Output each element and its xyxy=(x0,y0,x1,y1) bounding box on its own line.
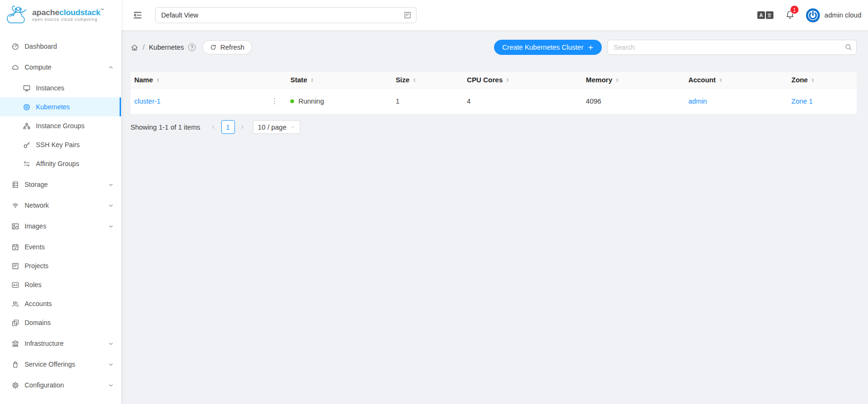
sidebar-item-network[interactable]: Network xyxy=(0,196,121,215)
refresh-button[interactable]: Refresh xyxy=(202,40,252,54)
column-label: Name xyxy=(134,76,153,84)
database-icon xyxy=(11,181,19,189)
sidebar-item-events[interactable]: Events xyxy=(0,237,121,256)
sidebar-item-infrastructure[interactable]: Infrastructure xyxy=(0,334,121,353)
sort-carets-icon: ▲▼ xyxy=(413,78,416,83)
chevron-down-icon xyxy=(108,203,113,208)
sidebar-item-compute[interactable]: Compute xyxy=(0,58,121,77)
cloud-icon xyxy=(11,63,19,71)
brand-word-apache: apache xyxy=(32,8,59,17)
sidebar-item-storage[interactable]: Storage xyxy=(0,175,121,194)
column-header-memory[interactable]: Memory▲▼ xyxy=(582,72,685,88)
pagination-bar: Showing 1-1 of 1 items 1 10 / page xyxy=(130,120,857,134)
dashboard-icon xyxy=(11,43,19,51)
row-actions-ellipsis-icon[interactable]: ⋮ xyxy=(266,97,283,105)
user-avatar[interactable] xyxy=(806,8,820,23)
sidebar-item-ssh-key-pairs[interactable]: SSH Key Pairs xyxy=(0,135,121,154)
sidebar-item-images[interactable]: Images xyxy=(0,217,121,236)
sidebar-item-label: Storage xyxy=(25,181,48,188)
search-box xyxy=(608,40,857,55)
column-header-state[interactable]: State▲▼ xyxy=(286,72,392,88)
chevron-up-icon xyxy=(108,65,113,70)
brand-tagline: open source cloud computing xyxy=(32,18,104,22)
sidebar-item-label: SSH Key Pairs xyxy=(36,141,80,149)
page-size-value: 10 / page xyxy=(258,123,286,131)
sidebar-item-accounts[interactable]: Accounts xyxy=(0,294,121,313)
search-icon[interactable] xyxy=(844,43,852,51)
chevron-down-icon xyxy=(108,341,113,346)
previous-page-icon[interactable] xyxy=(208,121,219,134)
cpu-cores-value: 4 xyxy=(463,88,582,114)
page-size-select[interactable]: 10 / page xyxy=(253,120,300,134)
sidebar-item-label: Compute xyxy=(25,63,52,71)
column-header-size[interactable]: Size▲▼ xyxy=(392,72,463,88)
cloudstack-logo[interactable]: apachecloudstack™ open source cloud comp… xyxy=(0,0,121,30)
sidebar-item-domains[interactable]: Domains xyxy=(0,313,121,332)
top-header-bar: A 1 admin cloud xyxy=(121,0,868,30)
running-status-dot xyxy=(290,99,294,103)
sidebar-item-label: Roles xyxy=(25,281,42,289)
pagination-summary: Showing 1-1 of 1 items xyxy=(130,123,200,131)
notification-badge: 1 xyxy=(790,6,799,14)
brand-word-cloudstack: cloudstack xyxy=(59,8,100,17)
block-icon xyxy=(11,319,19,327)
sidebar-item-instances[interactable]: Instances xyxy=(0,79,121,97)
translate-cjk-square xyxy=(766,11,773,19)
picture-icon xyxy=(11,222,19,230)
zone-link[interactable]: Zone 1 xyxy=(791,97,813,105)
size-value: 1 xyxy=(392,88,463,114)
sidebar-item-roles[interactable]: Roles xyxy=(0,275,121,294)
sidebar-item-instance-groups[interactable]: Instance Groups xyxy=(0,116,121,135)
swap-icon xyxy=(23,160,31,168)
chevron-down-icon xyxy=(108,224,113,229)
table-row: cluster-1⋮ Running 1 4 4096 admin Zone 1 xyxy=(130,88,857,114)
memory-value: 4096 xyxy=(582,88,685,114)
current-page-button[interactable]: 1 xyxy=(221,120,235,134)
username[interactable]: admin cloud xyxy=(825,11,862,19)
translate-latin-square: A xyxy=(757,11,765,19)
account-link[interactable]: admin xyxy=(688,97,707,105)
view-selector-input[interactable] xyxy=(155,7,417,23)
sidebar-item-dashboard[interactable]: Dashboard xyxy=(0,37,121,56)
sort-carets-icon: ▲▼ xyxy=(719,78,722,83)
chevron-down-icon xyxy=(108,182,113,187)
sidebar-item-label: Instances xyxy=(36,84,64,92)
column-header-cpu-cores[interactable]: CPU Cores▲▼ xyxy=(463,72,582,88)
column-label: Account xyxy=(688,76,716,84)
kubernetes-wheel-icon xyxy=(23,103,31,111)
sort-carets-icon: ▲▼ xyxy=(156,78,160,83)
translate-icon[interactable]: A xyxy=(757,11,773,19)
sidebar-item-projects[interactable]: Projects xyxy=(0,256,121,275)
sidebar-item-configuration[interactable]: Configuration xyxy=(0,376,121,395)
view-selector[interactable] xyxy=(155,7,417,23)
next-page-icon[interactable] xyxy=(237,121,248,134)
create-button-label: Create Kubernetes Cluster xyxy=(502,44,583,51)
home-icon[interactable] xyxy=(130,44,139,52)
sidebar-item-kubernetes[interactable]: Kubernetes xyxy=(0,97,121,116)
notification-bell-icon[interactable]: 1 xyxy=(785,9,795,21)
column-label: Zone xyxy=(791,76,808,84)
cluster-name-link[interactable]: cluster-1 xyxy=(134,97,161,105)
wifi-icon xyxy=(11,202,19,210)
project-icon xyxy=(11,262,19,270)
help-question-icon[interactable]: ? xyxy=(188,44,196,51)
column-header-account[interactable]: Account▲▼ xyxy=(685,72,788,88)
sidebar-item-service-offerings[interactable]: Service Offerings xyxy=(0,355,121,374)
sidebar-item-label: Kubernetes xyxy=(36,103,70,111)
search-input[interactable] xyxy=(608,40,857,55)
sidebar-item-affinity-groups[interactable]: Affinity Groups xyxy=(0,154,121,173)
create-kubernetes-cluster-button[interactable]: Create Kubernetes Cluster xyxy=(494,40,602,55)
monkey-cloud-logo-icon xyxy=(5,4,29,26)
sort-carets-icon: ▲▼ xyxy=(506,78,509,83)
column-header-zone[interactable]: Zone▲▼ xyxy=(788,72,857,88)
table-header-row: Name▲▼ State▲▼ Size▲▼ CPU Cores▲▼ Memory… xyxy=(130,72,857,88)
sort-carets-icon: ▲▼ xyxy=(311,78,314,83)
column-label: Size xyxy=(396,76,409,84)
column-header-name[interactable]: Name▲▼ xyxy=(130,72,286,88)
menu-fold-icon[interactable] xyxy=(132,10,143,20)
sidebar-item-label: Dashboard xyxy=(25,43,57,50)
topbar-right-cluster: A 1 admin cloud xyxy=(757,8,862,23)
project-view-icon[interactable] xyxy=(403,11,412,19)
refresh-label: Refresh xyxy=(220,44,244,51)
desktop-icon xyxy=(23,84,31,92)
